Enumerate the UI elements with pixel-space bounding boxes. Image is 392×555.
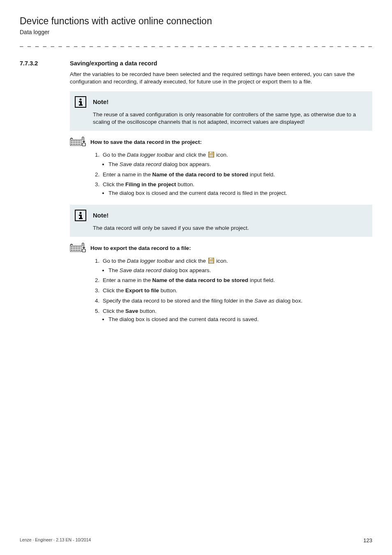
howto-title: How to save the data record in the proje… (90, 139, 202, 145)
list-item: The Save data record dialog box appears. (108, 267, 372, 275)
info-icon (75, 96, 86, 108)
svg-rect-8 (76, 141, 77, 141)
svg-rect-39 (76, 247, 77, 247)
howto-title: How to export the data record to a file: (90, 245, 191, 251)
svg-rect-18 (73, 144, 74, 145)
list-item: Click the Export to file button. (101, 287, 372, 295)
svg-rect-20 (76, 144, 77, 145)
note-body: The reuse of a saved configuration is on… (93, 111, 366, 126)
svg-rect-15 (78, 142, 78, 143)
svg-rect-11 (71, 142, 72, 143)
steps-list: Go to the Data logger toolbar and click … (91, 151, 372, 197)
section-title: Saving/exporting a data record (70, 60, 157, 67)
svg-rect-53 (79, 250, 80, 251)
svg-rect-47 (79, 248, 80, 249)
list-item: Click the Filing in the project button. … (101, 181, 372, 197)
page-number: 123 (363, 537, 372, 543)
svg-rect-16 (79, 142, 80, 143)
svg-rect-33 (80, 215, 82, 218)
list-item: Go to the Data logger toolbar and click … (101, 151, 372, 169)
svg-rect-10 (79, 141, 80, 141)
svg-rect-57 (212, 258, 212, 259)
list-item: The dialog box is closed and the current… (108, 190, 372, 197)
svg-rect-37 (73, 247, 74, 247)
divider: – – – – – – – – – – – – – – – – – – – – … (20, 43, 372, 49)
svg-rect-25 (210, 152, 213, 153)
chapter-subtitle: Data logger (20, 29, 372, 35)
svg-rect-26 (212, 152, 212, 153)
svg-rect-23 (82, 143, 85, 146)
svg-rect-21 (78, 144, 78, 145)
note-box: Note! The data record will only be saved… (70, 205, 372, 237)
svg-rect-56 (210, 258, 213, 259)
svg-rect-22 (79, 144, 80, 145)
list-item: The dialog box is closed and the current… (108, 316, 372, 324)
svg-rect-19 (74, 144, 75, 145)
svg-rect-49 (73, 250, 74, 251)
svg-rect-46 (78, 248, 78, 249)
svg-rect-42 (71, 248, 72, 249)
svg-rect-51 (76, 250, 77, 251)
note-heading: Note! (93, 212, 108, 219)
svg-rect-43 (73, 248, 74, 249)
list-item: Enter a name in the Name of the data rec… (101, 277, 372, 284)
svg-rect-5 (71, 141, 72, 141)
section-number: 7.7.3.2 (20, 60, 70, 67)
note-body: The data record will only be saved if yo… (93, 224, 366, 232)
svg-rect-12 (73, 142, 74, 143)
save-icon (208, 152, 214, 160)
list-item: Specify the data record to be stored and… (101, 297, 372, 305)
svg-rect-34 (79, 218, 83, 219)
svg-rect-13 (74, 142, 75, 143)
svg-rect-54 (82, 249, 85, 252)
note-heading: Note! (93, 98, 108, 105)
oscilloscope-icon (70, 243, 87, 254)
save-icon (208, 258, 214, 266)
svg-rect-45 (76, 248, 77, 249)
list-item: Enter a name in the Name of the data rec… (101, 171, 372, 179)
svg-rect-3 (79, 104, 83, 106)
svg-rect-52 (78, 250, 78, 251)
oscilloscope-icon (70, 136, 87, 148)
svg-point-31 (80, 212, 82, 214)
list-item: The Save data record dialog box appears. (108, 161, 372, 169)
svg-rect-41 (79, 247, 80, 247)
svg-rect-7 (74, 141, 75, 141)
intro-paragraph: After the variables to be recorded have … (70, 71, 372, 86)
footer-text: Lenze · Engineer · 2.13 EN - 10/2014 (20, 537, 91, 543)
svg-rect-6 (73, 141, 74, 141)
svg-rect-2 (80, 101, 82, 105)
list-item: Click the Save button. The dialog box is… (101, 308, 372, 324)
list-item: Go to the Data logger toolbar and click … (101, 257, 372, 275)
chapter-title: Device functions with active online conn… (20, 16, 372, 27)
svg-rect-38 (74, 247, 75, 247)
note-box: Note! The reuse of a saved configuration… (70, 91, 372, 131)
svg-rect-17 (71, 144, 72, 145)
info-icon (75, 210, 86, 221)
svg-rect-48 (71, 250, 72, 251)
svg-rect-9 (78, 141, 78, 141)
steps-list: Go to the Data logger toolbar and click … (91, 257, 372, 324)
svg-rect-14 (76, 142, 77, 143)
svg-rect-44 (74, 248, 75, 249)
svg-rect-50 (74, 250, 75, 251)
svg-rect-40 (78, 247, 78, 247)
svg-rect-36 (71, 247, 72, 247)
svg-point-0 (80, 98, 82, 100)
